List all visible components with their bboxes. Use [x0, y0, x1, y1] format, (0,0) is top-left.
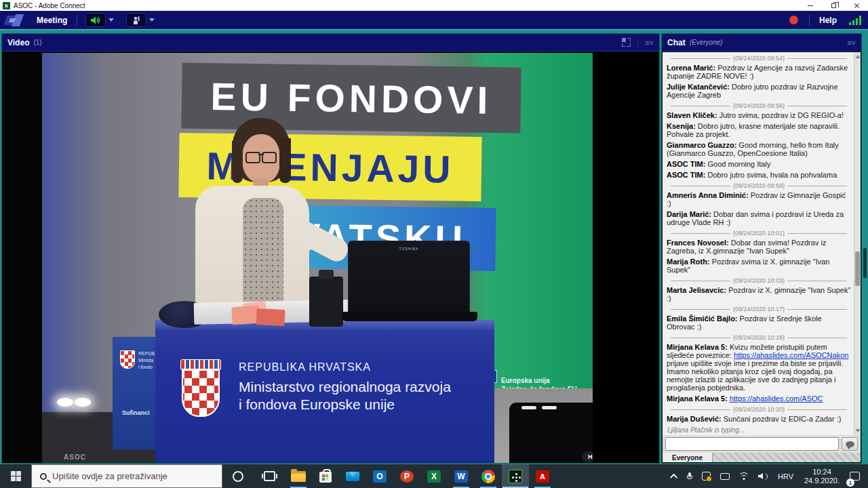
chat-sender: Ksenija:: [667, 122, 698, 130]
chat-sender: Slaven Kliček:: [667, 111, 719, 119]
stage-dark-area: [4, 53, 42, 463]
chat-message: Marija Roth: Pozdrav svima iz X. gimnazi…: [667, 258, 851, 274]
chat-timestamp-divider: (09/24/2020 10:19): [671, 334, 847, 341]
taskbar-adobe-connect[interactable]: [502, 464, 529, 488]
chat-bubble-icon: [846, 441, 854, 447]
chat-message: Lorena Marić: Pozdrav iz Agencije za raz…: [667, 64, 851, 80]
taskbar-chrome[interactable]: [475, 464, 502, 488]
chat-timestamp-divider: (09/24/2020 10:17): [671, 306, 847, 312]
taskbar-acrobat[interactable]: A: [529, 464, 556, 488]
chat-message: Mirjana Kelava 5: https://ahaslides.com/…: [667, 394, 851, 403]
desk-ministry-label: Ministarstvo regionalnoga razvoja i fond…: [239, 378, 451, 413]
recording-indicator-icon[interactable]: [789, 16, 798, 24]
taskbar-powerpoint[interactable]: P: [393, 464, 420, 488]
speaker-button[interactable]: [85, 13, 106, 27]
chat-sender: ASOC TIM:: [667, 160, 708, 168]
chat-tab-bar: Everyone: [663, 453, 861, 462]
chrome-icon: [480, 468, 496, 485]
chat-pod-title: Chat: [667, 38, 686, 47]
chat-sender: Frances Novosel:: [667, 239, 731, 247]
fullscreen-icon[interactable]: [622, 38, 631, 47]
chat-message: Gianmarco Guazzo: Good morning, hello fr…: [667, 141, 851, 157]
stage-light: [75, 398, 91, 407]
raise-hand-button[interactable]: [126, 13, 146, 27]
adobe-connect-logo: [4, 14, 27, 27]
taskbar-mail[interactable]: [339, 464, 366, 488]
restore-button[interactable]: [822, 0, 845, 11]
taskbar-outlook[interactable]: O: [366, 464, 393, 488]
action-center-button[interactable]: 1: [845, 464, 868, 488]
chat-message: Marta Jelisavcic: Pozdrav iz X. gimnazij…: [667, 286, 851, 302]
chat-input[interactable]: [665, 437, 839, 451]
edge-scroll-thumb[interactable]: [863, 248, 867, 278]
taskbar-search[interactable]: Upišite ovdje za pretraživanje: [31, 464, 222, 488]
scroll-up-icon[interactable]: [855, 54, 861, 58]
chat-message: ASOC TIM: Dobro jutro svima, hvala na po…: [667, 171, 851, 179]
chat-sender: Marija Roth:: [667, 258, 712, 266]
chat-message: Julije Katančević: Dobro jutro pozdrav i…: [667, 83, 851, 99]
taskbar-store[interactable]: [312, 464, 339, 488]
video-pod: Video (1) ≡˅ EU FONDOVI MIJENJAJU HRVATS…: [1, 33, 660, 464]
chat-messages: Nives Zenko: Jutro, pozdrav iz MRMSOSPDa…: [663, 52, 861, 435]
language-indicator[interactable]: HRV: [772, 472, 799, 481]
cortana-button[interactable]: [222, 464, 254, 488]
app-orange-dot-icon: [702, 472, 711, 481]
clock[interactable]: 10:24 24.9.2020.: [799, 468, 845, 485]
menu-help[interactable]: Help: [810, 16, 846, 25]
chat-message: Darija Marić: Dobar dan svima i pozdravi…: [667, 210, 851, 226]
status-dropdown-caret[interactable]: [149, 18, 155, 22]
coat-of-arms: [179, 359, 222, 419]
word-icon: W: [453, 468, 469, 485]
tab-everyone[interactable]: Everyone: [663, 453, 713, 462]
chat-message: Amneris Anna Diminić: Pozdrav iz Gimnazi…: [667, 191, 851, 207]
speaker-icon: [90, 16, 101, 25]
chat-sender: Mirjana Kelava 5:: [667, 394, 730, 403]
window-edge-strip: [863, 30, 868, 465]
tray-app-notification[interactable]: [697, 464, 715, 488]
file-explorer-icon: [290, 468, 307, 485]
chat-pod-header: Chat (Everyone) ≡˅: [662, 34, 861, 52]
search-icon: [40, 473, 47, 480]
connection-signal-icon[interactable]: [849, 16, 861, 25]
tray-microphone[interactable]: [682, 464, 697, 488]
chat-link[interactable]: https://ahaslides.com/ASOC: [730, 394, 823, 403]
powerpoint-icon: P: [399, 468, 415, 485]
chat-message: Mirjana Kelava 5: Kvizu možete pristupit…: [667, 343, 851, 392]
speaker-dropdown-caret[interactable]: [108, 18, 114, 22]
video-pod-menu-icon[interactable]: ≡˅: [645, 39, 654, 47]
tray-chevron-button[interactable]: [667, 464, 682, 488]
rollup-banner: REPUB Minista i fondo Sufinanci: [113, 337, 160, 449]
scroll-down-icon[interactable]: [855, 429, 861, 434]
chat-sender: Marija Dušević:: [667, 415, 724, 423]
chevron-up-icon: [670, 473, 677, 481]
close-button[interactable]: [845, 0, 868, 11]
menu-meeting[interactable]: Meeting: [27, 16, 77, 25]
chat-message: Slaven Kliček: Jutro svima, pozdrav iz D…: [667, 111, 851, 119]
desk-country-label: REPUBLIKA HRVATSKA: [239, 361, 371, 373]
start-button[interactable]: [0, 464, 31, 488]
presenter-glasses: [245, 152, 277, 161]
tray-display[interactable]: [715, 464, 734, 488]
scrollbar-thumb[interactable]: [855, 251, 860, 286]
tray-network[interactable]: [734, 464, 753, 488]
chat-pod-menu-icon[interactable]: ≡˅: [847, 39, 856, 47]
chat-message: Marija Dušević: Sunčani pozdrav iz EDIC-…: [667, 415, 851, 423]
tray-volume[interactable]: [753, 464, 772, 488]
excel-icon: X: [426, 468, 442, 485]
banner-line-1: EU FONDOVI: [181, 63, 521, 134]
cortana-icon: [233, 471, 243, 482]
chat-scrollbar[interactable]: [854, 52, 861, 435]
adobe-connect-icon: [507, 468, 524, 485]
taskbar-file-explorer[interactable]: [285, 464, 312, 488]
send-message-button[interactable]: [842, 437, 858, 451]
task-view-button[interactable]: [254, 464, 285, 488]
taskbar-excel[interactable]: X: [420, 464, 448, 488]
notebook: [256, 308, 285, 326]
video-feed: EU FONDOVI MIJENJAJU HRVATSKU ★ Europska…: [4, 53, 605, 463]
window-title: ASOC - Adobe Connect: [14, 2, 85, 9]
mail-icon: [344, 468, 361, 485]
chat-link[interactable]: https://ahaslides.com/ASOCNakon: [734, 351, 848, 359]
minimize-button[interactable]: [799, 0, 822, 11]
task-view-icon: [264, 471, 275, 481]
taskbar-word[interactable]: W: [448, 464, 475, 488]
